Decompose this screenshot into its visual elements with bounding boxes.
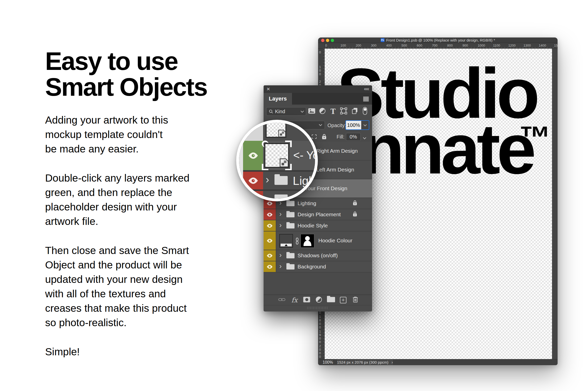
- chevron-down-icon: [301, 109, 304, 113]
- eye-icon: [266, 238, 273, 243]
- intro-paragraph-3: Then close and save the Smart Object and…: [45, 243, 207, 330]
- lock-all-icon[interactable]: [322, 134, 326, 141]
- new-group-icon[interactable]: [327, 297, 335, 303]
- h-ruler-number: 1100: [493, 44, 500, 47]
- folder-icon: [286, 212, 295, 217]
- panel-header-bar: ✕ ««: [264, 85, 372, 93]
- layer-mask-thumbnail[interactable]: [301, 234, 314, 248]
- fill-input[interactable]: 0%: [346, 133, 361, 141]
- h-ruler-number: 1500: [554, 44, 558, 47]
- panel-menu-icon[interactable]: [363, 97, 369, 102]
- window-titlebar[interactable]: Ps Front Design1.psb @ 100% (Replace wit…: [318, 37, 558, 43]
- layer-name[interactable]: Your Front Design: [305, 185, 347, 191]
- group-expander-icon[interactable]: ›: [279, 210, 282, 218]
- h-ruler-number: 400: [386, 44, 392, 47]
- h-ruler-number: 1400: [539, 44, 546, 47]
- layer-name[interactable]: Design Placement: [298, 211, 341, 218]
- eye-icon: [266, 264, 273, 269]
- opacity-input[interactable]: 100%: [345, 120, 369, 130]
- filter-row: Kind T: [264, 105, 372, 118]
- intro-paragraph-2: Double-click any layers marked green, an…: [45, 171, 207, 229]
- layer-name[interactable]: Hoodie Colour: [318, 238, 352, 244]
- filter-toggle-icon[interactable]: [363, 107, 367, 116]
- minimize-traffic-light[interactable]: [326, 39, 329, 42]
- panel-collapse-icon[interactable]: ««: [364, 86, 369, 92]
- layer-name[interactable]: Hoodie Style: [298, 223, 328, 229]
- link-layers-icon[interactable]: [278, 298, 285, 303]
- layer-name[interactable]: Left Arm Design: [316, 167, 354, 173]
- loupe-background-wedge: [239, 123, 263, 141]
- filter-kind-dropdown[interactable]: Kind: [266, 107, 306, 116]
- h-ruler-number: 800: [447, 44, 453, 47]
- lock-icon: [353, 200, 357, 207]
- pixel-layer-filter-icon[interactable]: [308, 108, 316, 115]
- new-adjustment-layer-icon[interactable]: [316, 297, 322, 304]
- panel-close-icon[interactable]: ✕: [266, 86, 270, 92]
- add-layer-mask-icon[interactable]: [303, 297, 310, 303]
- hoodie-silhouette-mask: [301, 234, 314, 247]
- shape-layer-filter-icon[interactable]: [340, 107, 347, 115]
- layer-visibility-toggle[interactable]: [264, 250, 276, 261]
- search-icon: [269, 109, 273, 114]
- window-statusbar: 100% 1524 px x 2076 px (300 ppcm) ›: [318, 359, 558, 365]
- magnified-layer-thumbnail: [266, 120, 286, 138]
- adjustment-layer-filter-icon[interactable]: [319, 108, 325, 115]
- magnifier-circle: <- Yo › Light: [236, 120, 318, 201]
- zoom-level-field[interactable]: 100%: [323, 360, 333, 365]
- magnified-red-visibility-column: [243, 172, 263, 189]
- close-traffic-light[interactable]: [321, 39, 324, 42]
- tab-layers[interactable]: Layers: [264, 93, 292, 105]
- page: Easy to use Smart Objects Adding your ar…: [0, 0, 588, 391]
- lock-pixels-icon[interactable]: [312, 134, 317, 139]
- folder-icon: [286, 201, 295, 206]
- eye-icon: [266, 253, 273, 258]
- type-layer-filter-icon[interactable]: T: [330, 108, 336, 115]
- group-expander-icon[interactable]: ›: [279, 251, 282, 259]
- h-ruler-number: 200: [356, 44, 361, 47]
- lock-icon: [353, 211, 357, 218]
- adjustment-layer-thumbnail[interactable]: [279, 234, 293, 248]
- zoom-traffic-light[interactable]: [331, 39, 334, 42]
- v-ruler-number: 2 0 0 0: [319, 344, 321, 359]
- layer-row[interactable]: Hoodie Colour: [264, 231, 372, 250]
- window-title: Front Design1.psb @ 100% (Replace with y…: [386, 38, 495, 42]
- layer-group-row[interactable]: › Design Placement: [264, 209, 372, 220]
- eye-icon: [266, 223, 273, 228]
- opacity-value: 100%: [346, 121, 361, 129]
- layer-style-fx-icon[interactable]: fx: [291, 296, 298, 304]
- group-expander-icon[interactable]: ›: [279, 221, 282, 229]
- new-layer-icon[interactable]: +: [340, 297, 346, 303]
- layer-visibility-toggle[interactable]: [264, 231, 276, 250]
- headline: Easy to use Smart Objects: [45, 48, 207, 100]
- group-expander-icon[interactable]: ›: [279, 262, 282, 270]
- layer-group-row[interactable]: › Background: [264, 261, 372, 272]
- fill-dropdown-icon[interactable]: [363, 135, 366, 140]
- layer-visibility-toggle[interactable]: [264, 261, 276, 272]
- layer-name[interactable]: Right Arm Design: [316, 148, 358, 154]
- canvas-trademark: ™: [519, 122, 550, 153]
- layer-group-row[interactable]: › Hoodie Style: [264, 220, 372, 231]
- delete-layer-icon[interactable]: [352, 296, 358, 304]
- folder-icon: [274, 194, 288, 201]
- fill-label: Fill:: [337, 134, 344, 140]
- h-ruler-number: 100: [340, 44, 346, 47]
- layer-name[interactable]: Lighting: [298, 200, 316, 206]
- folder-icon: [286, 264, 295, 269]
- v-ruler-number: 1 0 0: [319, 65, 321, 76]
- layer-name[interactable]: Shadows (on/off): [298, 252, 338, 259]
- panel-resize-grip[interactable]: [264, 305, 372, 311]
- smart-object-badge-icon: [278, 129, 286, 138]
- doc-dimensions: 1524 px x 2076 px (300 ppcm): [337, 360, 389, 364]
- intro-paragraph-4: Simple!: [45, 345, 207, 359]
- doc-info[interactable]: 1524 px x 2076 px (300 ppcm) ›: [336, 359, 394, 365]
- smart-object-filter-icon[interactable]: [352, 107, 358, 115]
- layer-name[interactable]: Background: [298, 264, 326, 270]
- magnified-green-visibility-column: [243, 141, 263, 170]
- layer-visibility-toggle[interactable]: [264, 220, 276, 231]
- opacity-dropdown-icon[interactable]: [361, 121, 369, 129]
- layer-group-row[interactable]: › Shadows (on/off): [264, 250, 372, 261]
- psb-file-icon: Ps: [381, 38, 384, 42]
- horizontal-ruler: 0100200300400500600700800900100011001200…: [318, 43, 558, 49]
- layer-visibility-toggle[interactable]: [264, 209, 276, 220]
- opacity-label: Opacity:: [327, 123, 346, 128]
